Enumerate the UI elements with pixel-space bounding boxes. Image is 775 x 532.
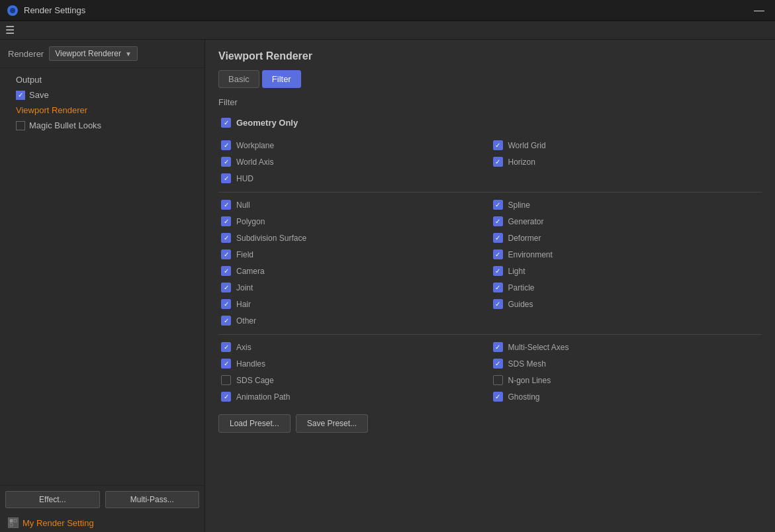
camera-checkbox[interactable]: ✓ [221,266,231,276]
nav-item-viewport-renderer[interactable]: Viewport Renderer [0,103,205,118]
sds-cage-label: SDS Cage [236,376,274,385]
checkbox-item-multi-select-axes: ✓ Multi-Select Axes [490,339,762,355]
minimize-button[interactable]: — [750,5,768,17]
deformer-checkbox[interactable]: ✓ [493,233,503,243]
nav-item-output[interactable]: Output [0,72,205,87]
svg-rect-5 [10,523,13,526]
hair-checkbox[interactable]: ✓ [221,299,231,309]
checkbox-item-hair: ✓ Hair [218,296,490,312]
generator-checkbox[interactable]: ✓ [493,216,503,226]
effect-button[interactable]: Effect... [5,491,100,508]
bottom-bar: Effect... Multi-Pass... [0,485,205,513]
other-checkbox[interactable]: ✓ [221,316,231,326]
guides-label: Guides [508,300,533,309]
horizon-checkbox[interactable]: ✓ [493,157,503,167]
multi-pass-button[interactable]: Multi-Pass... [105,491,200,508]
renderer-label: Renderer [8,49,44,59]
checkbox-item-spline: ✓ Spline [490,197,762,213]
nav-tree: Output ✓ Save Viewport Renderer Magic Bu… [0,68,205,485]
polygon-checkbox[interactable]: ✓ [221,216,231,226]
geometry-only-checkbox[interactable]: ✓ [221,118,231,128]
subdivision-surface-checkbox[interactable]: ✓ [221,233,231,243]
hud-checkbox[interactable]: ✓ [221,173,231,183]
field-label: Field [236,250,253,259]
left-panel: Renderer Viewport Renderer ▼ Output ✓ Sa… [0,40,205,532]
render-icon-svg [9,519,17,527]
field-checkbox[interactable]: ✓ [221,249,231,259]
nav-item-label: Output [16,75,42,85]
world-axis-checkbox[interactable]: ✓ [221,157,231,167]
renderer-value: Viewport Renderer [55,49,121,58]
filter-group-2: ✓ Null ✓ Spline ✓ Polygon ✓ Generator ✓ [218,197,762,329]
right-panel: Viewport Renderer Basic Filter Filter ✓ … [205,40,775,532]
tab-basic[interactable]: Basic [218,70,259,88]
subdivision-surface-label: Subdivision Surface [236,234,306,243]
spline-checkbox[interactable]: ✓ [493,200,503,210]
guides-checkbox[interactable]: ✓ [493,299,503,309]
main-content: Renderer Viewport Renderer ▼ Output ✓ Sa… [0,40,775,532]
axis-label: Axis [236,343,251,352]
particle-label: Particle [508,283,535,292]
section-title: Filter [218,97,762,107]
tab-row: Basic Filter [218,70,762,88]
checkbox-item-camera: ✓ Camera [218,263,490,279]
environment-label: Environment [508,250,553,259]
handles-label: Handles [236,359,265,369]
checkbox-item-ghosting: ✓ Ghosting [490,388,762,405]
nav-item-label: Magic Bullet Looks [29,120,101,130]
renderer-dropdown[interactable]: Viewport Renderer ▼ [49,46,138,61]
workplane-label: Workplane [236,141,274,150]
checkbox-item-generator: ✓ Generator [490,213,762,230]
divider-1 [218,192,762,193]
joint-label: Joint [236,283,253,292]
geometry-only-row: ✓ Geometry Only [218,114,762,132]
environment-checkbox[interactable]: ✓ [493,249,503,259]
app-icon [7,5,19,17]
magic-bullet-checkbox[interactable] [16,121,25,130]
world-grid-checkbox[interactable]: ✓ [493,140,503,150]
polygon-label: Polygon [236,217,265,226]
load-preset-button[interactable]: Load Preset... [218,414,291,433]
ngon-lines-checkbox[interactable] [493,375,503,385]
animation-path-checkbox[interactable]: ✓ [221,392,231,402]
axis-checkbox[interactable]: ✓ [221,342,231,352]
title-bar-controls: — [750,5,768,17]
checkbox-item-workplane: ✓ Workplane [218,137,490,154]
nav-item-save[interactable]: ✓ Save [0,87,205,103]
checkbox-item-ngon-lines: N-gon Lines [490,372,762,388]
handles-checkbox[interactable]: ✓ [221,359,231,369]
checkbox-item-world-axis: ✓ World Axis [218,154,490,170]
sds-cage-checkbox[interactable] [221,375,231,385]
nav-item-label: Viewport Renderer [16,105,87,115]
ghosting-checkbox[interactable]: ✓ [493,392,503,402]
checkbox-item-subdivision-surface: ✓ Subdivision Surface [218,230,490,246]
light-label: Light [508,267,525,276]
nav-item-magic-bullet-looks[interactable]: Magic Bullet Looks [0,118,205,133]
check-icon: ✓ [224,119,229,126]
null-label: Null [236,200,250,210]
title-bar: Render Settings — [0,0,775,21]
preset-row: Load Preset... Save Preset... [218,414,762,433]
filter-group-1: ✓ Workplane ✓ World Grid ✓ World Axis ✓ … [218,137,762,187]
filter-group-3: ✓ Axis ✓ Multi-Select Axes ✓ Handles ✓ S… [218,339,762,405]
divider-2 [218,334,762,335]
world-grid-label: World Grid [508,141,546,150]
checkbox-item-particle: ✓ Particle [490,279,762,296]
sds-mesh-checkbox[interactable]: ✓ [493,359,503,369]
tab-filter[interactable]: Filter [262,70,301,88]
null-checkbox[interactable]: ✓ [221,200,231,210]
checkbox-item-null: ✓ Null [218,197,490,213]
hamburger-menu[interactable]: ☰ [5,24,15,36]
checkbox-item-deformer: ✓ Deformer [490,230,762,246]
particle-checkbox[interactable]: ✓ [493,283,503,292]
save-checkbox[interactable]: ✓ [16,91,25,100]
save-preset-button[interactable]: Save Preset... [296,414,368,433]
hud-label: HUD [236,174,253,183]
deformer-label: Deformer [508,234,541,243]
hair-label: Hair [236,300,251,309]
checkbox-item-light: ✓ Light [490,263,762,279]
joint-checkbox[interactable]: ✓ [221,283,231,292]
workplane-checkbox[interactable]: ✓ [221,140,231,150]
light-checkbox[interactable]: ✓ [493,266,503,276]
multi-select-axes-checkbox[interactable]: ✓ [493,342,503,352]
